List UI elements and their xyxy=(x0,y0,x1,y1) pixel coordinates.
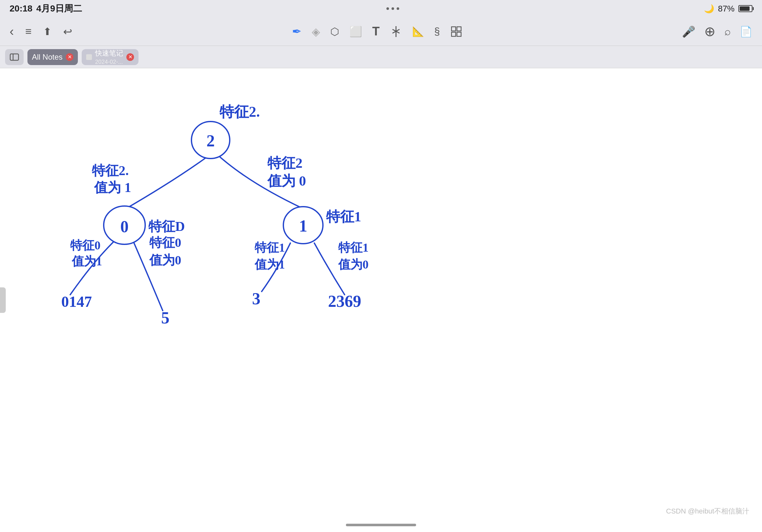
moon-icon: 🌙 xyxy=(704,4,714,14)
svg-text:特征0: 特征0 xyxy=(149,235,181,250)
canvas-area[interactable]: 2 0 1 特征2. 特征2. 值为 1 特征0 值为1 特征0 值为0 特征D… xyxy=(0,68,762,532)
svg-text:2369: 2369 xyxy=(328,292,361,310)
svg-text:3: 3 xyxy=(252,290,261,308)
sidebar-toggle-button[interactable] xyxy=(5,49,24,65)
svg-rect-6 xyxy=(457,32,461,36)
watermark: CSDN @heibut不相信脑汁 xyxy=(666,506,749,516)
svg-text:值为: 值为 xyxy=(94,180,121,195)
battery-percent: 87% xyxy=(718,4,734,14)
battery-container xyxy=(738,5,752,12)
quick-note-tab-close[interactable]: ✕ xyxy=(126,53,134,61)
status-time: 20:18 xyxy=(10,4,33,14)
svg-text:特征2: 特征2 xyxy=(267,155,302,171)
status-dot-3 xyxy=(397,7,399,10)
svg-text:值为 0: 值为 0 xyxy=(267,173,306,189)
svg-text:特征D: 特征D xyxy=(148,219,185,234)
svg-text:值为1: 值为1 xyxy=(71,254,102,268)
toolbar-left: ‹ ≡ ⬆ ↩ xyxy=(10,24,72,38)
mic-icon[interactable]: 🎤 xyxy=(682,25,695,38)
svg-text:2: 2 xyxy=(206,132,215,150)
battery-fill xyxy=(740,6,750,11)
all-notes-tab-close[interactable]: ✕ xyxy=(66,53,73,61)
svg-rect-4 xyxy=(457,27,461,31)
share-icon[interactable]: ⬆ xyxy=(43,26,52,37)
text-tool-icon[interactable]: T xyxy=(372,25,380,38)
list-icon[interactable]: ≡ xyxy=(25,25,32,37)
svg-text:特征0: 特征0 xyxy=(70,238,101,252)
svg-text:值为0: 值为0 xyxy=(338,258,369,271)
drawing-canvas: 2 0 1 特征2. 特征2. 值为 1 特征0 值为1 特征0 值为0 特征D… xyxy=(0,68,762,532)
status-center xyxy=(386,7,399,10)
svg-rect-5 xyxy=(451,32,456,36)
side-panel-handle[interactable] xyxy=(0,287,6,313)
all-notes-tab[interactable]: All Notes ✕ xyxy=(28,49,78,65)
svg-rect-3 xyxy=(451,27,456,31)
tab-dot xyxy=(86,54,92,60)
quick-note-tab-sublabel: 2024-02-... xyxy=(95,59,123,65)
battery-icon xyxy=(738,5,752,12)
pen-tool-icon[interactable]: ✒ xyxy=(292,25,302,38)
svg-text:特征1: 特征1 xyxy=(338,241,369,254)
search-icon[interactable]: ⌕ xyxy=(724,25,731,37)
status-dot-1 xyxy=(386,7,389,10)
svg-text:0147: 0147 xyxy=(61,293,92,310)
svg-text:特征2.: 特征2. xyxy=(219,104,260,120)
shapes-tool-icon[interactable] xyxy=(390,26,402,37)
svg-text:1: 1 xyxy=(299,217,307,235)
svg-text:5: 5 xyxy=(161,309,170,327)
highlighter-tool-icon[interactable]: ◈ xyxy=(312,25,320,38)
status-dot-2 xyxy=(392,7,394,10)
add-icon[interactable]: ⊕ xyxy=(704,24,716,39)
svg-text:值为1: 值为1 xyxy=(254,258,285,271)
svg-text:值为0: 值为0 xyxy=(149,253,181,267)
status-right: 🌙 87% xyxy=(704,4,752,14)
status-date: 4月9日周二 xyxy=(37,3,82,15)
status-bar: 20:18 4月9日周二 🌙 87% xyxy=(0,0,762,17)
all-notes-tab-label: All Notes xyxy=(32,53,62,62)
svg-text:0: 0 xyxy=(120,218,128,236)
quick-note-tab[interactable]: 快速笔记 2024-02-... ✕ xyxy=(82,49,138,65)
home-indicator xyxy=(346,524,416,526)
status-left: 20:18 4月9日周二 xyxy=(10,3,82,15)
back-icon[interactable]: ‹ xyxy=(10,24,14,38)
pen-extra-icon[interactable]: § xyxy=(434,26,440,37)
eraser-tool-icon[interactable]: ⬜ xyxy=(349,26,362,37)
ruler-tool-icon[interactable]: 📐 xyxy=(412,26,424,37)
tabs-bar: All Notes ✕ 快速笔记 2024-02-... ✕ xyxy=(0,46,762,68)
document-icon[interactable]: 📄 xyxy=(740,26,752,37)
toolbar-center: ✒ ◈ ⬡ ⬜ T 📐 § xyxy=(292,25,462,38)
svg-rect-7 xyxy=(10,54,19,60)
sidebar-icon xyxy=(10,53,19,61)
toolbar-right: 🎤 ⊕ ⌕ 📄 xyxy=(682,24,752,39)
quick-note-tab-label: 快速笔记 xyxy=(95,48,123,58)
svg-text:特征1: 特征1 xyxy=(326,209,361,225)
svg-text:1: 1 xyxy=(124,180,131,195)
svg-text:特征2.: 特征2. xyxy=(92,163,129,178)
toolbar: ‹ ≡ ⬆ ↩ ✒ ◈ ⬡ ⬜ T 📐 § 🎤 ⊕ ⌕ 📄 xyxy=(0,17,762,46)
lasso-tool-icon[interactable]: ⬡ xyxy=(330,26,339,37)
insert-grid-icon[interactable] xyxy=(450,26,462,37)
svg-text:特征1: 特征1 xyxy=(254,241,285,254)
undo-icon[interactable]: ↩ xyxy=(63,25,72,38)
